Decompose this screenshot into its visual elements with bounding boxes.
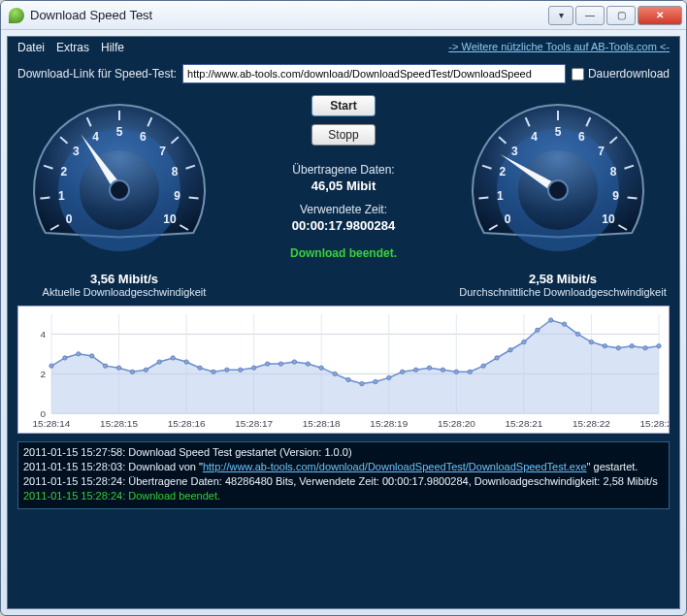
svg-point-101 xyxy=(387,375,391,379)
speed-chart-svg: 02415:28:1415:28:1515:28:1615:28:1715:28… xyxy=(18,307,669,433)
speed-chart: 02415:28:1415:28:1515:28:1615:28:1715:28… xyxy=(17,306,670,434)
svg-point-108 xyxy=(481,364,485,368)
maximize-button[interactable]: ▢ xyxy=(606,6,636,25)
svg-point-116 xyxy=(589,340,593,343)
svg-point-87 xyxy=(198,366,202,370)
start-button[interactable]: Start xyxy=(311,95,376,116)
time-label: Verwendete Zeit: xyxy=(231,203,456,216)
svg-text:0: 0 xyxy=(66,212,73,226)
svg-point-24 xyxy=(110,180,129,200)
svg-text:15:28:19: 15:28:19 xyxy=(370,418,408,429)
svg-text:8: 8 xyxy=(610,165,617,178)
svg-text:9: 9 xyxy=(174,189,180,203)
svg-text:2: 2 xyxy=(40,369,46,379)
svg-point-121 xyxy=(657,343,661,347)
svg-text:15:28:18: 15:28:18 xyxy=(303,418,341,429)
log-line: 2011-01-15 15:28:03: Download von "http:… xyxy=(23,460,664,474)
menu-datei[interactable]: Datei xyxy=(17,41,45,54)
svg-point-109 xyxy=(495,356,499,360)
svg-text:6: 6 xyxy=(578,130,585,144)
svg-text:15:28:17: 15:28:17 xyxy=(235,418,273,429)
data-value: 46,05 Mibit xyxy=(231,178,456,193)
svg-point-88 xyxy=(212,370,215,373)
svg-point-107 xyxy=(468,370,472,373)
gauge-average-svg: 012345678910 xyxy=(456,93,660,268)
svg-point-96 xyxy=(319,366,323,370)
svg-point-114 xyxy=(562,322,566,326)
svg-point-117 xyxy=(603,343,606,347)
svg-text:15:28:15: 15:28:15 xyxy=(100,418,138,429)
minimize-button[interactable]: — xyxy=(575,6,605,25)
svg-point-86 xyxy=(184,360,188,364)
svg-point-49 xyxy=(548,180,568,200)
svg-point-118 xyxy=(616,346,620,350)
svg-text:0: 0 xyxy=(505,212,511,226)
gauge-average: 012345678910 2,58 Mibit/s Durchschnittli… xyxy=(456,93,670,298)
url-row: Download-Link für Speed-Test: Dauerdownl… xyxy=(8,58,679,89)
svg-text:1: 1 xyxy=(58,189,65,203)
gauge-current-value: 3,56 Mibit/s xyxy=(17,272,231,286)
svg-text:5: 5 xyxy=(116,125,123,139)
svg-text:15:28:21: 15:28:21 xyxy=(505,418,542,429)
svg-text:10: 10 xyxy=(602,212,615,226)
gauge-average-caption: Durchschnittliche Downloadgeschwindigkei… xyxy=(456,286,670,298)
svg-text:7: 7 xyxy=(159,145,166,158)
svg-text:15:28:16: 15:28:16 xyxy=(168,418,206,429)
svg-point-90 xyxy=(239,368,243,372)
svg-text:2: 2 xyxy=(500,165,507,178)
svg-point-91 xyxy=(251,366,255,370)
svg-line-44 xyxy=(628,198,638,199)
window-controls: ▾ — ▢ ✕ xyxy=(546,6,682,25)
svg-text:9: 9 xyxy=(612,189,619,203)
help-button-icon[interactable]: ▾ xyxy=(548,6,573,25)
svg-point-111 xyxy=(522,340,526,343)
gauge-current-caption: Aktuelle Downloadgeschwindigkeit xyxy=(17,286,231,298)
svg-point-97 xyxy=(333,372,337,375)
stop-button[interactable]: Stopp xyxy=(311,124,376,146)
log-link[interactable]: http://www.ab-tools.com/download/Downloa… xyxy=(203,461,587,472)
svg-point-100 xyxy=(374,379,377,383)
svg-line-3 xyxy=(40,198,49,199)
center-controls: Start Stopp Übertragene Daten: 46,05 Mib… xyxy=(231,93,456,260)
svg-point-77 xyxy=(63,356,67,360)
svg-text:3: 3 xyxy=(73,145,80,158)
svg-point-104 xyxy=(427,366,431,370)
svg-point-115 xyxy=(575,332,579,336)
svg-text:6: 6 xyxy=(140,130,147,144)
svg-text:15:28:20: 15:28:20 xyxy=(438,418,475,429)
svg-text:2: 2 xyxy=(61,165,68,178)
log-line: 2011-01-15 15:28:24: Übertragene Daten: … xyxy=(23,474,664,489)
svg-text:15:28:14: 15:28:14 xyxy=(33,418,71,429)
svg-point-94 xyxy=(292,360,296,364)
svg-point-83 xyxy=(144,368,147,372)
svg-point-79 xyxy=(90,354,94,358)
gauge-current: 012345678910 3,56 Mibit/s Aktuelle Downl… xyxy=(17,93,231,298)
content-area: Datei Extras Hilfe -> Weitere nützliche … xyxy=(7,36,680,609)
svg-line-28 xyxy=(478,198,488,199)
svg-point-78 xyxy=(77,352,81,356)
svg-point-120 xyxy=(643,346,647,350)
svg-text:1: 1 xyxy=(497,189,504,203)
svg-point-110 xyxy=(508,348,512,352)
continuous-checkbox-label: Dauerdownload xyxy=(588,67,670,81)
window-title: Download Speed Test xyxy=(30,8,546,22)
svg-text:10: 10 xyxy=(163,212,177,226)
menubar: Datei Extras Hilfe -> Weitere nützliche … xyxy=(8,37,679,58)
gauge-current-svg: 012345678910 xyxy=(17,93,221,268)
close-button[interactable]: ✕ xyxy=(638,6,682,25)
titlebar[interactable]: Download Speed Test ▾ — ▢ ✕ xyxy=(1,1,686,30)
continuous-checkbox[interactable]: Dauerdownload xyxy=(572,67,670,81)
svg-point-102 xyxy=(400,370,404,373)
status-message: Download beendet. xyxy=(231,246,456,260)
menu-extras[interactable]: Extras xyxy=(56,41,89,54)
menu-hilfe[interactable]: Hilfe xyxy=(101,41,124,54)
svg-point-82 xyxy=(130,370,134,373)
svg-text:4: 4 xyxy=(92,130,99,144)
svg-point-76 xyxy=(49,364,53,368)
continuous-checkbox-input[interactable] xyxy=(572,68,584,81)
svg-point-103 xyxy=(413,368,417,372)
gauge-average-value: 2,58 Mibit/s xyxy=(456,272,670,286)
svg-point-92 xyxy=(265,362,269,366)
promo-link[interactable]: -> Weitere nützliche Tools auf AB-Tools.… xyxy=(448,41,670,54)
url-input[interactable] xyxy=(182,64,566,83)
